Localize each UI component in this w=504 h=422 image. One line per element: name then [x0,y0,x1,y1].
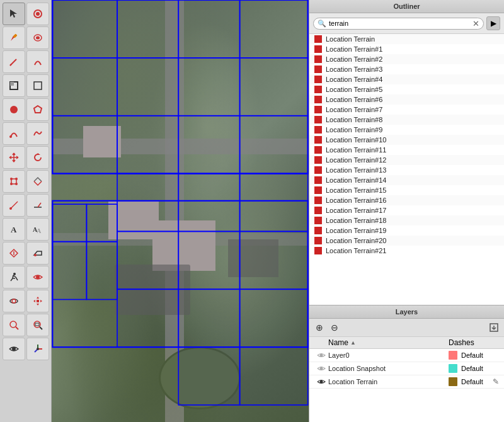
component-tool-button[interactable] [26,3,49,25]
polygon-tool-button[interactable] [26,98,49,121]
outliner-item[interactable]: Location Terrain#14 [309,175,504,185]
outliner-item[interactable]: Location Terrain#15 [309,185,504,195]
outliner-item[interactable]: Location Terrain#7 [309,105,504,115]
outliner-item-icon [314,207,322,214]
layer-visibility-icon[interactable] [314,379,328,385]
layers-export-button[interactable] [488,321,500,334]
outliner-item-icon [314,55,322,63]
map-canvas [52,0,309,422]
search-arrow-button[interactable]: ▶ [486,16,500,30]
outliner-item[interactable]: Location Terrain#8 [309,115,504,125]
zoomwindow-tool-button[interactable] [26,314,49,336]
svg-rect-10 [34,82,42,89]
flip-tool-button[interactable] [26,170,49,193]
lookat-tool-button[interactable] [26,266,49,288]
outliner-item-label: Location Terrain#17 [326,207,386,214]
add-layer-button[interactable]: ⊕ [313,321,326,334]
outliner-item[interactable]: Location Terrain#4 [309,74,504,84]
svg-point-29 [34,254,37,256]
outliner-title: Outliner [309,0,504,13]
outliner-item[interactable]: Location Terrain#5 [309,84,504,94]
arc2-tool-button[interactable] [3,122,25,145]
outliner-item-icon [314,166,322,174]
toolbar: A AA [0,0,52,422]
outliner-item-label: Location Terrain#7 [326,106,382,113]
layer-edit-icon[interactable]: ✎ [493,377,499,386]
layer-color-swatch[interactable] [449,351,457,360]
outliner-item[interactable]: Location Terrain#19 [309,225,504,236]
layer-visibility-icon[interactable] [314,352,328,358]
outliner-item-icon [314,156,322,164]
outliner-title-text: Outliner [393,3,420,10]
material-tool-button[interactable] [26,26,49,49]
header-visible [314,338,328,347]
outliner-item[interactable]: Location Terrain#11 [309,145,504,155]
outliner-item[interactable]: Location Terrain [309,34,504,44]
header-dashes: Dashes [449,338,499,347]
layer-color-swatch[interactable] [449,377,457,386]
layer-row[interactable]: Location SnapshotDefault [309,362,504,375]
move-tool-button[interactable] [3,146,25,169]
label-tool-button[interactable] [26,242,49,265]
search-clear-button[interactable]: ✕ [472,20,479,28]
rotate-tool-button[interactable] [26,146,49,169]
outliner-item[interactable]: Location Terrain#18 [309,215,504,225]
select-tool-button[interactable] [3,3,25,25]
pencil-tool-button[interactable] [3,50,25,73]
outliner-item[interactable]: Location Terrain#3 [309,64,504,74]
paint-tool-button[interactable] [3,26,25,49]
search-input[interactable] [329,20,470,27]
outliner-item-icon [314,146,322,154]
walk-tool-button[interactable] [3,266,25,288]
layer-dashes-label: Default [461,365,483,372]
outliner-item[interactable]: Location Terrain#12 [309,155,504,165]
outliner-item[interactable]: Location Terrain#9 [309,125,504,135]
3dtext-tool-button[interactable]: AA [26,218,49,241]
outliner-item[interactable]: Location Terrain#13 [309,165,504,175]
search-input-wrapper[interactable]: 🔍 ✕ [313,18,484,30]
scale-tool-button[interactable] [3,170,25,193]
protractor-tool-button[interactable] [26,194,49,217]
layer-row[interactable]: Layer0Default [309,349,504,362]
zoom-tool-button[interactable] [3,314,25,336]
svg-point-31 [36,275,40,279]
shape-tool-button[interactable] [26,74,49,97]
right-panel: Outliner 🔍 ✕ ▶ Location TerrainLocation … [309,0,504,422]
svg-line-7 [10,64,11,66]
outliner-item-icon [314,45,322,53]
svg-point-13 [9,135,12,138]
remove-layer-button[interactable]: ⊖ [328,321,341,334]
layer-visibility-icon[interactable] [314,365,328,372]
rect-tool-button[interactable] [3,74,25,97]
svg-line-36 [16,327,18,329]
outliner-item[interactable]: Location Terrain#21 [309,246,504,256]
freehand-tool-button[interactable] [26,122,49,145]
arc-tool-button[interactable] [26,50,49,73]
outliner-item[interactable]: Location Terrain#6 [309,94,504,105]
svg-point-16 [10,178,13,180]
outliner-item-icon [314,136,322,144]
layer-dashes-label: Default [461,378,483,385]
outliner-item[interactable]: Location Terrain#2 [309,54,504,64]
outliner-item[interactable]: Location Terrain#1 [309,44,504,54]
section-tool-button[interactable] [3,242,25,265]
layer-color-swatch[interactable] [449,364,457,373]
layer-row[interactable]: Location TerrainDefault✎ [309,375,504,389]
outliner-item[interactable]: Location Terrain#16 [309,195,504,205]
eye-tool-button[interactable] [3,338,25,360]
text-tool-button[interactable]: A [3,218,25,241]
outliner-item[interactable]: Location Terrain#20 [309,236,504,246]
tape-tool-button[interactable] [3,194,25,217]
axes-tool-button[interactable] [26,338,49,360]
map-area[interactable] [52,0,309,422]
outliner-list[interactable]: Location TerrainLocation Terrain#1Locati… [309,34,504,305]
outliner-item-icon [314,86,322,93]
outliner-item-icon [314,227,322,234]
outliner-item[interactable]: Location Terrain#17 [309,205,504,215]
outliner-item-icon [314,76,322,83]
outliner-item[interactable]: Location Terrain#10 [309,135,504,145]
circle-tool-button[interactable] [3,98,25,121]
outliner-item-icon [314,96,322,103]
pan-tool-button[interactable] [26,290,49,312]
orbit-tool-button[interactable] [3,290,25,312]
